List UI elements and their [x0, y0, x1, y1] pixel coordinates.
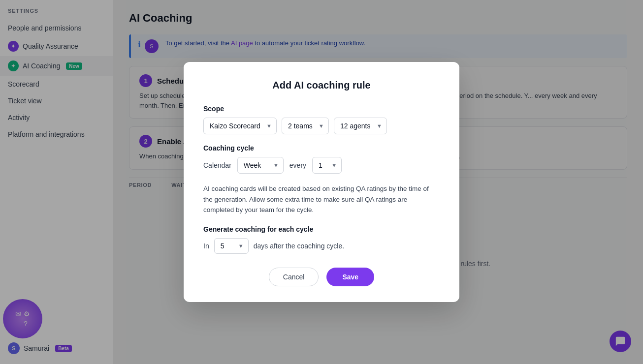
- generate-section: Generate coaching for each cycle In 5 3 …: [203, 225, 440, 254]
- calendar-select[interactable]: Week Month Quarter: [237, 157, 284, 174]
- scorecard-select[interactable]: Kaizo Scorecard: [203, 118, 277, 134]
- days-suffix: days after the coaching cycle.: [254, 242, 344, 250]
- calendar-label: Calendar: [203, 161, 231, 169]
- calendar-select-wrapper: Week Month Quarter ▼: [237, 157, 284, 174]
- days-select-wrapper: 5 3 7 10 ▼: [214, 238, 249, 254]
- scorecard-select-wrapper: Kaizo Scorecard ▼: [203, 118, 277, 134]
- coaching-cycle-section: Coaching cycle Calendar Week Month Quart…: [203, 144, 440, 174]
- days-select[interactable]: 5 3 7 10: [214, 238, 249, 254]
- cycle-info-text: AI coaching cards will be created based …: [203, 183, 440, 215]
- teams-select-wrapper: 2 teams ▼: [282, 118, 329, 134]
- modal: Add AI coaching rule Scope Kaizo Scoreca…: [184, 62, 459, 302]
- cancel-button[interactable]: Cancel: [269, 268, 319, 286]
- agents-select[interactable]: 12 agents: [334, 118, 387, 134]
- modal-buttons: Cancel Save: [203, 268, 440, 286]
- every-select[interactable]: 1 2 3: [312, 157, 342, 174]
- generate-label: Generate coaching for each cycle: [203, 225, 440, 233]
- scope-row: Kaizo Scorecard ▼ 2 teams ▼ 12 agents ▼: [203, 118, 440, 134]
- scope-label: Scope: [203, 105, 440, 113]
- in-label: In: [203, 242, 209, 250]
- modal-title: Add AI coaching rule: [203, 80, 440, 91]
- generate-row: In 5 3 7 10 ▼ days after the coaching cy…: [203, 238, 440, 254]
- agents-select-wrapper: 12 agents ▼: [334, 118, 387, 134]
- every-label: every: [289, 161, 306, 169]
- modal-overlay: Add AI coaching rule Scope Kaizo Scoreca…: [0, 0, 643, 364]
- coaching-cycle-row: Calendar Week Month Quarter ▼ every 1 2 …: [203, 157, 440, 174]
- every-select-wrapper: 1 2 3 ▼: [312, 157, 342, 174]
- coaching-cycle-label: Coaching cycle: [203, 144, 440, 152]
- scope-section: Scope Kaizo Scorecard ▼ 2 teams ▼: [203, 105, 440, 134]
- teams-select[interactable]: 2 teams: [282, 118, 329, 134]
- save-button[interactable]: Save: [326, 268, 374, 286]
